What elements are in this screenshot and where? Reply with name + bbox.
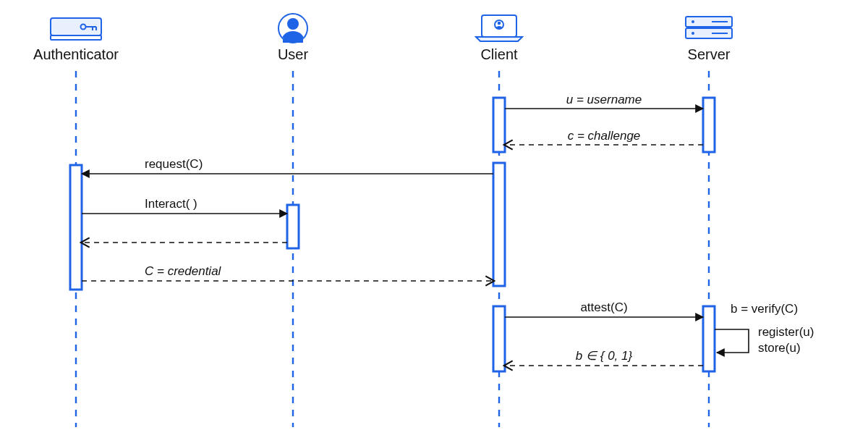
activation-client-3 [493,306,505,371]
msg-request-label: request(C) [145,157,203,171]
msg-attest-label: attest(C) [580,300,627,314]
note-store: store(u) [758,341,801,355]
activation-client-2 [493,163,505,286]
client-icon [476,15,522,41]
activation-server-2 [703,306,715,371]
lane-label-client: Client [480,46,518,62]
msg-credential-label: C = credential [145,264,222,278]
lane-label-server: Server [688,46,731,62]
svg-rect-1 [51,35,101,40]
svg-point-15 [692,32,694,35]
server-icon [686,17,732,38]
note-register: register(u) [758,325,814,339]
msg-interact-label: Interact( ) [145,197,197,211]
activation-authenticator [70,165,82,290]
activation-server-1 [703,98,715,152]
user-icon [278,14,307,47]
activation-user [287,205,299,248]
lane-label-user: User [278,46,309,62]
msg-result-label: b ∈ { 0, 1} [576,349,633,363]
svg-point-14 [692,20,694,23]
msg-self-register [715,329,749,353]
msg-challenge-label: c = challenge [568,129,641,143]
authenticator-icon [51,18,101,40]
note-verify: b = verify(C) [731,302,798,316]
svg-point-11 [498,22,501,25]
activation-client-1 [493,98,505,152]
msg-username-label: u = username [566,93,642,106]
lane-label-authenticator: Authenticator [33,46,119,62]
sequence-diagram: u = username c = challenge request(C) In… [0,0,868,438]
svg-point-7 [287,18,299,30]
